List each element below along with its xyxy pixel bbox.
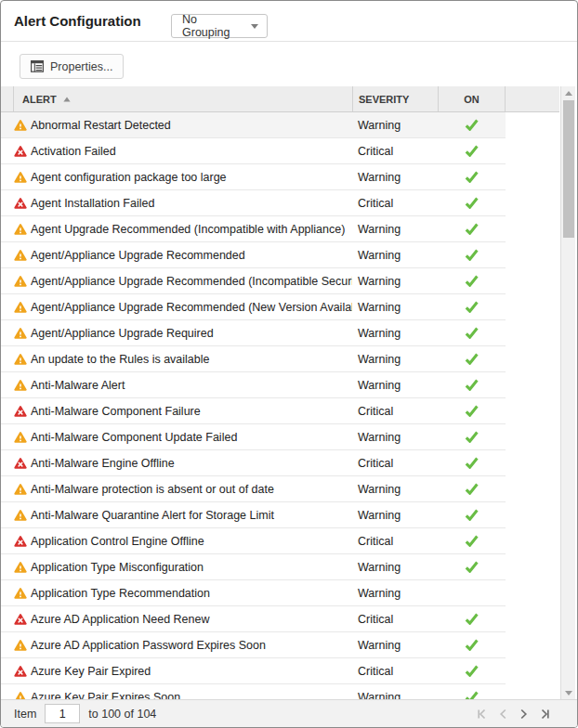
warning-icon	[1, 119, 31, 132]
severity-value: Warning	[352, 587, 438, 600]
scroll-down-icon[interactable]	[561, 686, 575, 699]
item-label: Item	[14, 708, 36, 721]
last-page-button[interactable]	[539, 708, 551, 720]
alert-name: Application Control Engine Offline	[31, 535, 352, 548]
severity-value: Warning	[352, 561, 438, 574]
warning-icon	[1, 275, 31, 288]
severity-value: Warning	[352, 483, 438, 496]
grouping-dropdown[interactable]: No Grouping	[171, 14, 268, 38]
properties-button-label: Properties...	[50, 60, 112, 73]
table-row[interactable]: Agent/Appliance Upgrade RequiredWarning	[1, 320, 506, 346]
warning-icon	[1, 509, 31, 522]
on-check-icon	[438, 691, 506, 699]
properties-button[interactable]: Properties...	[20, 54, 124, 79]
on-check-icon	[438, 353, 506, 365]
table-row[interactable]: Azure AD Application Password Expires So…	[1, 632, 506, 658]
column-header-severity[interactable]: SEVERITY	[352, 86, 438, 111]
alert-name: Agent Upgrade Recommended (Incompatible …	[31, 223, 352, 236]
table-row[interactable]: Agent/Appliance Upgrade Recommended (New…	[1, 294, 506, 320]
table-row[interactable]: Agent Installation FailedCritical	[1, 190, 506, 216]
severity-value: Warning	[352, 171, 438, 184]
title-bar: Alert Configuration No Grouping	[1, 1, 577, 42]
on-check-icon	[438, 561, 506, 573]
page-title: Alert Configuration	[14, 13, 141, 29]
severity-value: Warning	[352, 223, 438, 236]
table-row[interactable]: Anti-Malware Component FailureCritical	[1, 398, 506, 424]
table-row[interactable]: Application Control Engine OfflineCritic…	[1, 528, 506, 554]
sort-ascending-icon	[63, 97, 71, 102]
alert-name: Anti-Malware Engine Offline	[31, 457, 352, 470]
item-range-label: to 100 of 104	[88, 708, 156, 721]
scrollbar-thumb[interactable]	[563, 100, 574, 238]
severity-value: Warning	[352, 353, 438, 366]
alert-name: Application Type Recommendation	[31, 587, 352, 600]
warning-icon	[1, 483, 31, 496]
on-check-icon	[438, 327, 506, 339]
severity-value: Warning	[352, 639, 438, 652]
critical-icon	[1, 457, 31, 470]
table-row[interactable]: Application Type MisconfigurationWarning	[1, 554, 506, 580]
chevron-down-icon	[251, 24, 258, 29]
table-row[interactable]: Anti-Malware Quarantine Alert for Storag…	[1, 502, 506, 528]
table-row[interactable]: Agent Upgrade Recommended (Incompatible …	[1, 216, 506, 242]
table-row[interactable]: Anti-Malware AlertWarning	[1, 372, 506, 398]
warning-icon	[1, 691, 31, 700]
table-row[interactable]: Anti-Malware Component Update FailedWarn…	[1, 424, 506, 450]
column-header-on[interactable]: ON	[438, 86, 505, 111]
scroll-up-icon[interactable]	[561, 86, 575, 99]
severity-value: Warning	[352, 509, 438, 522]
table-row[interactable]: Agent configuration package too largeWar…	[1, 164, 506, 190]
alert-name: Agent/Appliance Upgrade Recommended (Inc…	[31, 275, 352, 288]
table-row[interactable]: Azure Key Pair Expires SoonWarning	[1, 684, 506, 699]
table-header: ALERT SEVERITY ON	[1, 86, 559, 112]
on-check-icon	[438, 483, 506, 495]
table-row[interactable]: Anti-Malware protection is absent or out…	[1, 476, 506, 502]
table-row[interactable]: Agent/Appliance Upgrade RecommendedWarni…	[1, 242, 506, 268]
on-check-icon	[438, 275, 506, 287]
first-page-button[interactable]	[476, 708, 488, 720]
alert-name: Azure AD Application Need Renew	[31, 613, 352, 626]
warning-icon	[1, 301, 31, 314]
warning-icon	[1, 561, 31, 574]
severity-value: Warning	[352, 275, 438, 288]
on-check-icon	[438, 613, 506, 625]
table-row[interactable]: An update to the Rules is availableWarni…	[1, 346, 506, 372]
table-row[interactable]: Abnormal Restart DetectedWarning	[1, 112, 506, 138]
alert-name: Application Type Misconfiguration	[31, 561, 352, 574]
severity-value: Critical	[352, 457, 438, 470]
column-header-alert-label: ALERT	[22, 94, 57, 105]
table-row[interactable]: Application Type RecommendationWarning	[1, 580, 506, 606]
severity-value: Critical	[352, 197, 438, 210]
table-row[interactable]: Azure AD Application Need RenewCritical	[1, 606, 506, 632]
table-row[interactable]: Anti-Malware Engine OfflineCritical	[1, 450, 506, 476]
column-header-alert[interactable]: ALERT	[13, 86, 352, 111]
table-row[interactable]: Agent/Appliance Upgrade Recommended (Inc…	[1, 268, 506, 294]
alert-name: Anti-Malware Quarantine Alert for Storag…	[31, 509, 352, 522]
on-check-icon	[438, 639, 506, 651]
grouping-dropdown-value: No Grouping	[182, 13, 247, 39]
severity-value: Warning	[352, 431, 438, 444]
column-header-filler	[505, 86, 559, 111]
alert-name: Azure Key Pair Expires Soon	[31, 691, 352, 700]
page-item-input[interactable]	[45, 704, 80, 723]
vertical-scrollbar[interactable]	[560, 86, 575, 699]
alert-name: Anti-Malware Alert	[31, 379, 352, 392]
on-check-icon	[438, 431, 506, 443]
alert-table-body: Abnormal Restart DetectedWarning Activat…	[1, 112, 506, 699]
on-check-icon	[438, 119, 506, 131]
table-row[interactable]: Activation FailedCritical	[1, 138, 506, 164]
alert-configuration-window: Alert Configuration No Grouping Properti…	[0, 0, 578, 728]
alert-name: Anti-Malware protection is absent or out…	[31, 483, 352, 496]
severity-value: Warning	[352, 301, 438, 314]
alert-name: An update to the Rules is available	[31, 353, 352, 366]
previous-page-button[interactable]	[498, 708, 508, 720]
alert-name: Agent/Appliance Upgrade Recommended (New…	[31, 301, 352, 314]
severity-value: Critical	[352, 613, 438, 626]
table-row[interactable]: Azure Key Pair ExpiredCritical	[1, 658, 506, 684]
next-page-button[interactable]	[519, 708, 529, 720]
alert-name: Abnormal Restart Detected	[31, 119, 352, 132]
warning-icon	[1, 327, 31, 340]
on-check-icon	[438, 197, 506, 209]
warning-icon	[1, 223, 31, 236]
severity-value: Warning	[352, 249, 438, 262]
